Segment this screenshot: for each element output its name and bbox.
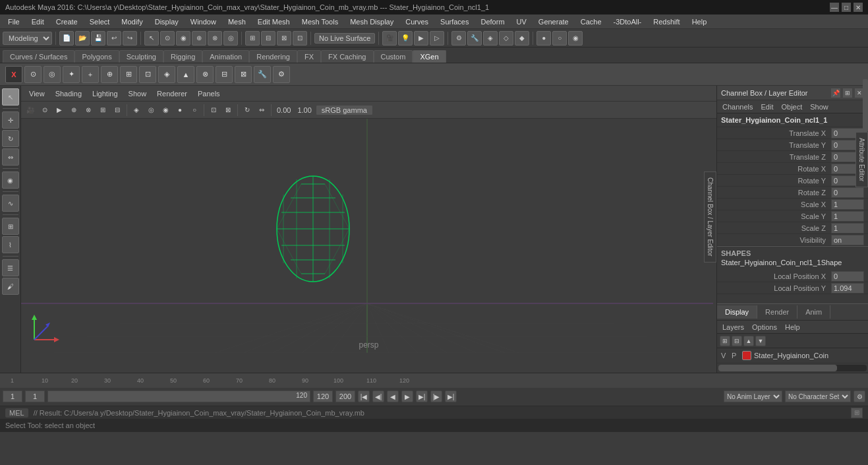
menu-create[interactable]: Create bbox=[51, 16, 83, 27]
channel-translate-y[interactable]: Translate Y 0 bbox=[717, 139, 868, 151]
tb3[interactable]: ◈ bbox=[483, 31, 498, 46]
shelf-tab-sculpting[interactable]: Sculpting bbox=[119, 50, 163, 63]
cb-float-btn[interactable]: ⊞ bbox=[843, 88, 852, 98]
layer-move-down-btn[interactable]: ▼ bbox=[755, 336, 766, 346]
tb5[interactable]: ◆ bbox=[515, 31, 529, 46]
shelf-icon-7[interactable]: ⊡ bbox=[139, 66, 156, 83]
snap-curve-btn[interactable]: ⌇ bbox=[2, 236, 19, 253]
undo-btn[interactable]: ↩ bbox=[107, 31, 121, 46]
prev-frame-btn[interactable]: ◀ bbox=[387, 390, 399, 402]
mode-dropdown[interactable]: Modeling bbox=[3, 32, 52, 45]
tab-anim[interactable]: Anim bbox=[797, 305, 830, 319]
no-live-surface[interactable]: No Live Surface bbox=[314, 33, 375, 44]
tb6[interactable]: ● bbox=[536, 31, 551, 46]
channel-box-layer-editor-tab[interactable]: Channel Box / Layer Editor bbox=[704, 171, 716, 263]
channel-value-rz[interactable]: 0 bbox=[831, 187, 864, 198]
shelf-tab-curves[interactable]: Curves / Surfaces bbox=[3, 50, 74, 63]
current-frame-input[interactable] bbox=[3, 390, 22, 402]
menu-deform[interactable]: Deform bbox=[475, 16, 509, 27]
layer-new-btn[interactable]: ⊞ bbox=[720, 336, 730, 346]
shelf-icon-4[interactable]: + bbox=[82, 66, 99, 83]
prev-key-btn[interactable]: ◀| bbox=[372, 390, 384, 402]
menu-uv[interactable]: UV bbox=[511, 16, 532, 27]
vp-btn3[interactable]: ⊕ bbox=[67, 104, 80, 117]
channel-rotate-y[interactable]: Rotate Y 0 bbox=[717, 175, 868, 187]
anim-layer-dropdown[interactable]: No Anim Layer bbox=[724, 390, 782, 402]
channel-scale-z[interactable]: Scale Z 1 bbox=[717, 222, 868, 234]
vp-btn12[interactable]: ⊡ bbox=[207, 104, 220, 117]
channel-scale-y[interactable]: Scale Y 1 bbox=[717, 210, 868, 222]
menu-help[interactable]: Help bbox=[687, 16, 712, 27]
tb7[interactable]: ○ bbox=[552, 31, 567, 46]
vp-btn15[interactable]: ⇔ bbox=[255, 104, 268, 117]
attribute-editor-tab[interactable]: Attribute Editor bbox=[855, 132, 868, 187]
snap3[interactable]: ⊠ bbox=[277, 31, 291, 46]
play-btn[interactable]: ▶ bbox=[401, 390, 413, 402]
menu-generate[interactable]: Generate bbox=[533, 16, 574, 27]
tb4[interactable]: ◇ bbox=[499, 31, 513, 46]
layer-color-swatch[interactable] bbox=[742, 351, 751, 360]
tool3[interactable]: ⊕ bbox=[192, 31, 206, 46]
shelf-icon-10[interactable]: ⊗ bbox=[196, 66, 214, 83]
menu-edit-mesh[interactable]: Edit Mesh bbox=[252, 16, 295, 27]
channel-value-lpx[interactable]: 0 bbox=[831, 271, 864, 282]
character-set-dropdown[interactable]: No Character Set bbox=[785, 390, 851, 402]
shelf-icon-14[interactable]: ⚙ bbox=[273, 66, 290, 83]
channel-value-lpy[interactable]: 1.094 bbox=[831, 283, 864, 294]
tb8[interactable]: ◉ bbox=[568, 31, 583, 46]
vp-btn2[interactable]: ▶ bbox=[53, 104, 66, 117]
tb2[interactable]: 🔧 bbox=[467, 31, 482, 46]
channel-rotate-z[interactable]: Rotate Z 0 bbox=[717, 187, 868, 199]
shelf-tab-polygons[interactable]: Polygons bbox=[74, 50, 119, 63]
vp-menu-view[interactable]: View bbox=[26, 88, 47, 99]
vp-btn13[interactable]: ⊠ bbox=[221, 104, 235, 117]
cb-menu-channels[interactable]: Channels bbox=[720, 102, 755, 111]
channel-translate-x[interactable]: Translate X 0 bbox=[717, 127, 868, 139]
next-frame-btn[interactable]: ▶| bbox=[416, 390, 428, 402]
cb-pin-btn[interactable]: 📌 bbox=[831, 88, 840, 98]
menu-edit[interactable]: Edit bbox=[26, 16, 49, 27]
shelf-icon-3[interactable]: ✦ bbox=[63, 66, 80, 83]
paint-btn[interactable]: ◉ bbox=[176, 31, 190, 46]
channel-local-pos-x[interactable]: Local Position X 0 bbox=[717, 270, 868, 282]
shelf-icon-x[interactable]: X bbox=[5, 66, 22, 83]
light-btn[interactable]: 💡 bbox=[398, 31, 413, 46]
vp-btn1[interactable]: ⊙ bbox=[38, 104, 51, 117]
go-start-btn[interactable]: |◀ bbox=[358, 390, 370, 402]
snap1[interactable]: ⊞ bbox=[245, 31, 260, 46]
lasso-select-btn[interactable]: ∿ bbox=[2, 195, 19, 212]
shelf-icon-8[interactable]: ◈ bbox=[158, 66, 175, 83]
vp-btn5[interactable]: ⊞ bbox=[96, 104, 109, 117]
channel-translate-z[interactable]: Translate Z 0 bbox=[717, 151, 868, 163]
channel-visibility[interactable]: Visibility on bbox=[717, 234, 868, 246]
channel-box-scrollbar[interactable] bbox=[863, 113, 868, 132]
cb-menu-show[interactable]: Show bbox=[807, 102, 831, 111]
shelf-icon-11[interactable]: ⊟ bbox=[216, 66, 233, 83]
menu-mesh[interactable]: Mesh bbox=[223, 16, 251, 27]
next-key-btn[interactable]: |▶ bbox=[430, 390, 442, 402]
render2[interactable]: ▷ bbox=[430, 31, 444, 46]
vp-menu-panels[interactable]: Panels bbox=[195, 88, 223, 99]
save-btn[interactable]: 💾 bbox=[91, 31, 105, 46]
channel-value-sx[interactable]: 1 bbox=[831, 199, 864, 210]
tool4[interactable]: ⊗ bbox=[208, 31, 222, 46]
script-type-label[interactable]: MEL bbox=[5, 408, 28, 418]
cb-menu-object[interactable]: Object bbox=[778, 102, 805, 111]
open-btn[interactable]: 📂 bbox=[75, 31, 90, 46]
vp-menu-renderer[interactable]: Renderer bbox=[154, 88, 190, 99]
menu-window[interactable]: Window bbox=[185, 16, 221, 27]
channel-value-sz[interactable]: 1 bbox=[831, 223, 864, 233]
shelf-icon-1[interactable]: ⊙ bbox=[24, 66, 42, 83]
scale-tool-btn[interactable]: ⇔ bbox=[2, 148, 19, 166]
menu-redshift[interactable]: Redshift bbox=[648, 16, 685, 27]
layer-menu-options[interactable]: Options bbox=[749, 323, 780, 332]
shelf-icon-12[interactable]: ⊠ bbox=[235, 66, 252, 83]
vp-btn4[interactable]: ⊗ bbox=[82, 104, 95, 117]
cb-menu-edit[interactable]: Edit bbox=[758, 102, 776, 111]
channel-value-sy[interactable]: 1 bbox=[831, 211, 864, 222]
vp-btn7[interactable]: ◈ bbox=[130, 104, 143, 117]
vp-btn11[interactable]: ○ bbox=[188, 104, 201, 117]
channel-scale-x[interactable]: Scale X 1 bbox=[717, 199, 868, 210]
layer-scrollbar[interactable] bbox=[718, 365, 867, 371]
prefs-btn[interactable]: ⚙ bbox=[854, 390, 865, 402]
